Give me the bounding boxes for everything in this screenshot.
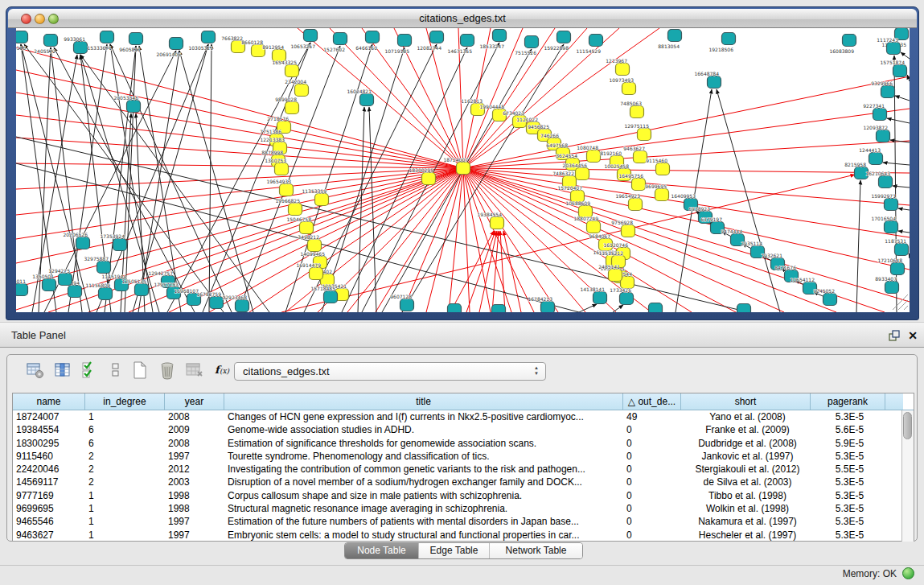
graph-node[interactable] xyxy=(887,43,901,55)
graph-node[interactable] xyxy=(893,65,907,77)
graph-node[interactable] xyxy=(300,222,314,234)
graph-node[interactable] xyxy=(629,199,643,211)
graph-node[interactable] xyxy=(895,244,909,256)
graph-node[interactable] xyxy=(295,84,309,97)
graph-node[interactable] xyxy=(576,168,589,180)
graph-node[interactable] xyxy=(891,263,905,275)
graph-node[interactable] xyxy=(202,31,216,43)
graph-node[interactable] xyxy=(587,221,601,233)
table-row[interactable]: 911546021997Tourette syndrome. Phenomeno… xyxy=(13,450,914,463)
graph-node[interactable] xyxy=(310,268,323,280)
graph-node[interactable] xyxy=(334,33,347,45)
show-columns-icon[interactable] xyxy=(51,359,75,381)
graph-node[interactable] xyxy=(722,33,736,45)
row-height-icon[interactable] xyxy=(104,359,128,381)
graph-node[interactable] xyxy=(16,284,28,296)
graph-node[interactable] xyxy=(99,288,113,300)
graph-node[interactable] xyxy=(101,31,114,43)
graph-node[interactable] xyxy=(587,150,601,163)
table-row[interactable]: 1938455462009Genome-wide association stu… xyxy=(13,423,914,436)
close-panel-icon[interactable]: ✕ xyxy=(908,328,918,344)
tab-node-table[interactable]: Node Table xyxy=(345,543,419,558)
graph-node[interactable] xyxy=(16,31,28,43)
graph-node[interactable] xyxy=(885,199,898,211)
graph-node[interactable] xyxy=(275,163,289,175)
graph-node[interactable] xyxy=(285,102,299,114)
column-header-year[interactable]: year xyxy=(165,393,224,410)
graph-node[interactable] xyxy=(68,286,82,298)
graph-node[interactable] xyxy=(541,302,555,313)
graph-node[interactable] xyxy=(285,65,299,77)
graph-node[interactable] xyxy=(59,274,72,286)
new-table-icon[interactable] xyxy=(128,359,152,381)
graph-node[interactable] xyxy=(113,239,127,251)
table-row[interactable]: 2242004622012Investigating the contribut… xyxy=(13,463,914,476)
column-header-short[interactable]: short xyxy=(681,393,811,410)
scrollbar-thumb[interactable] xyxy=(903,412,912,439)
graph-node[interactable] xyxy=(881,86,895,98)
graph-node[interactable] xyxy=(557,31,571,43)
graph-node[interactable] xyxy=(400,299,414,311)
graph-node[interactable] xyxy=(493,30,507,42)
graph-node[interactable] xyxy=(135,284,149,296)
float-panel-icon[interactable] xyxy=(889,330,900,341)
network-graph[interactable]: 1695116240557299330611533367196058112069… xyxy=(16,28,910,312)
table-row[interactable]: 1456911722003Disruption of a novel membe… xyxy=(13,476,914,488)
graph-node[interactable] xyxy=(622,83,636,95)
graph-node[interactable] xyxy=(76,237,90,249)
tab-network-table[interactable]: Network Table xyxy=(490,543,582,558)
table-row[interactable]: 1830029562008Estimation of significance … xyxy=(13,437,914,450)
table-selector-dropdown[interactable]: citations_edges.txt ▲▼ xyxy=(234,362,546,381)
graph-node[interactable] xyxy=(43,279,56,291)
graph-node[interactable] xyxy=(366,31,380,43)
graph-node[interactable] xyxy=(708,76,721,89)
graph-node[interactable] xyxy=(589,35,603,47)
graph-node[interactable] xyxy=(44,35,58,47)
graph-node[interactable] xyxy=(525,36,539,48)
graph-node[interactable] xyxy=(74,42,88,54)
graph-node[interactable] xyxy=(843,35,856,47)
graph-node[interactable] xyxy=(737,304,751,313)
graph-node[interactable] xyxy=(308,240,322,252)
graph-node[interactable] xyxy=(885,221,898,233)
column-header-blank[interactable] xyxy=(885,393,903,410)
graph-node[interactable] xyxy=(398,35,412,47)
table-row[interactable]: 1872400712008Changes of HCN gene express… xyxy=(13,410,914,423)
table-row[interactable]: 977716911998Corpus callosum shape and si… xyxy=(13,489,914,502)
graph-node[interactable] xyxy=(97,262,111,274)
table-row[interactable]: 969969511998Structural magnetic resonanc… xyxy=(13,502,914,515)
graph-node[interactable] xyxy=(823,294,837,306)
network-canvas[interactable]: 1695116240557299330611533367196058112069… xyxy=(16,28,910,312)
graph-node[interactable] xyxy=(127,101,141,113)
graph-node[interactable] xyxy=(632,179,646,191)
column-header-name[interactable]: name xyxy=(13,393,85,410)
graph-node[interactable] xyxy=(170,38,183,50)
graph-node[interactable] xyxy=(210,297,224,309)
graph-node[interactable] xyxy=(280,184,294,196)
column-header-title[interactable]: title xyxy=(224,393,623,410)
graph-node[interactable] xyxy=(593,292,607,304)
graph-node[interactable] xyxy=(457,163,470,175)
graph-node[interactable] xyxy=(655,189,669,201)
delete-table-icon[interactable] xyxy=(155,359,179,381)
graph-node[interactable] xyxy=(622,225,635,237)
graph-node[interactable] xyxy=(492,305,506,313)
graph-node[interactable] xyxy=(885,282,899,294)
graph-node[interactable] xyxy=(649,303,663,313)
table-row[interactable]: 946362711997Embryonic stem cells: a mode… xyxy=(13,529,914,542)
graph-node[interactable] xyxy=(448,304,462,313)
tab-edge-table[interactable]: Edge Table xyxy=(419,543,490,558)
graph-node[interactable] xyxy=(869,153,883,165)
graph-node[interactable] xyxy=(879,176,893,188)
graph-node[interactable] xyxy=(638,129,651,141)
column-header-out_de...[interactable]: △ out_de... xyxy=(623,393,681,410)
delete-column-icon[interactable] xyxy=(183,359,207,381)
graph-node[interactable] xyxy=(461,35,474,47)
column-settings-icon[interactable] xyxy=(23,359,47,381)
graph-node[interactable] xyxy=(289,204,302,216)
graph-node[interactable] xyxy=(491,217,504,229)
graph-node[interactable] xyxy=(430,31,444,43)
graph-node[interactable] xyxy=(616,64,630,76)
graph-node[interactable] xyxy=(360,94,374,106)
graph-node[interactable] xyxy=(656,163,670,175)
